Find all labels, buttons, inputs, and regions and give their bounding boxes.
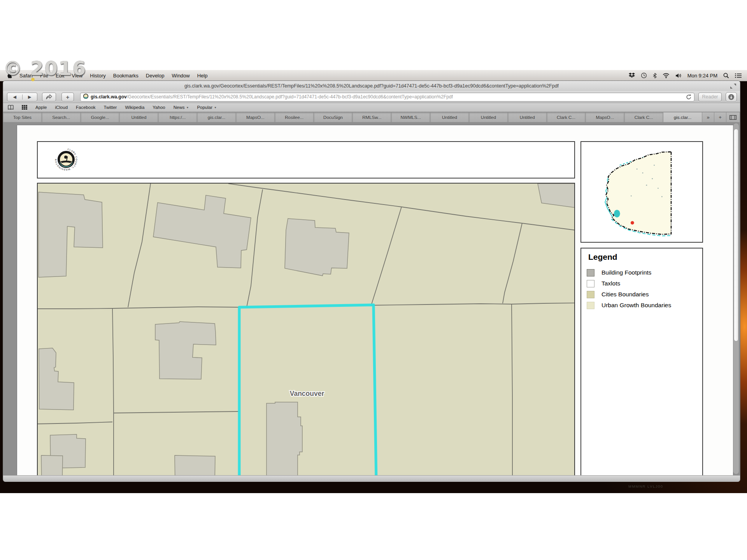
tab-17[interactable]: Clark C... [624,112,663,122]
legend-row: Taxlots [587,278,699,289]
back-button[interactable]: ◀ [7,94,23,100]
city-label: Vancouver [290,390,324,397]
tab-bar: Top SitesSearch...Google...Untitledhttps… [3,112,740,122]
location-marker-dot [631,221,634,225]
bookmark-items: AppleiCloudFacebookTwitterWikipediaYahoo… [35,105,217,110]
window-bottom-bar [3,475,740,482]
watermark-dot [31,78,35,81]
menu-help[interactable]: Help [197,73,208,79]
vancouver-lake [614,210,620,217]
legend-swatch [587,291,594,298]
county-overview-inset [580,141,703,243]
legend-swatch [587,280,594,287]
title-bar[interactable]: gis.clark.wa.gov/Geocortex/Essentials/RE… [3,81,740,91]
tab-6[interactable]: gis.clar... [197,112,236,122]
tab-4[interactable]: Untitled [119,112,158,122]
bluetooth-icon[interactable] [653,73,657,79]
reader-button[interactable]: Reader [698,93,722,102]
legend-swatch [587,302,594,309]
tab-15[interactable]: Clark C... [547,112,586,122]
desktop-wallpaper: SafariFileEditViewHistoryBookmarksDevelo… [0,70,747,493]
legend-title: Legend [588,252,617,262]
tab-12[interactable]: Untitled [430,112,469,122]
navigation-toolbar: ◀ ▶ + gis.clark.wa.gov/Geocortex/Essenti… [3,91,740,103]
bookmarks-bar: AppleiCloudFacebookTwitterWikipediaYahoo… [3,103,740,112]
tab-9[interactable]: DocuSign [314,112,353,122]
browser-content: CLARK COUNTY, WASHINGTON [3,122,740,475]
bookmarks-book-icon[interactable] [8,105,14,110]
bookmark-facebook[interactable]: Facebook [76,105,96,110]
pdf-page: CLARK COUNTY, WASHINGTON [17,125,733,475]
tab-14[interactable]: Untitled [508,112,547,122]
parcel-map[interactable]: Vancouver [37,183,575,475]
bookmark-yahoo[interactable]: Yahoo [153,105,165,110]
address-bar[interactable]: gis.clark.wa.gov/Geocortex/Essentials/RE… [80,93,694,102]
legend-label: Cities Boundaries [601,291,649,298]
photo-watermark: © 2016 [3,58,86,80]
menu-history[interactable]: History [90,73,105,79]
address-path: /Geocortex/Essentials/REST/TempFiles/11%… [127,94,453,100]
legend-row: Cities Boundaries [587,289,699,300]
legend-row: Urban Growth Boundaries [587,300,699,311]
share-button[interactable] [42,93,56,102]
bookmark-twitter[interactable]: Twitter [104,105,117,110]
legend-swatch [587,269,594,276]
add-bookmark-button[interactable]: + [61,93,74,102]
address-domain: gis.clark.wa.gov [91,94,127,100]
legend-items: Building FootprintsTaxlotsCities Boundar… [587,267,699,311]
tab-10[interactable]: RMLSw... [352,112,391,122]
chevron-down-icon: ▼ [214,106,217,109]
spotlight-search-icon[interactable] [723,73,729,79]
safari-window: gis.clark.wa.gov/Geocortex/Essentials/RE… [3,81,740,481]
bookmark-icloud[interactable]: iCloud [55,105,68,110]
tab-18[interactable]: gis.clar... [663,112,702,122]
menu-bar: SafariFileEditViewHistoryBookmarksDevelo… [0,70,747,81]
tab-3[interactable]: Google... [81,112,120,122]
site-favicon [83,94,88,100]
top-sites-grid-icon[interactable] [22,105,27,110]
notification-center-icon[interactable] [735,73,742,78]
window-title-url: gis.clark.wa.gov/Geocortex/Essentials/RE… [184,83,559,89]
legend-label: Taxlots [601,280,620,287]
legend-label: Building Footprints [601,269,651,276]
tab-7[interactable]: MapsO... [236,112,275,122]
tab-13[interactable]: Untitled [469,112,508,122]
fullscreen-expand-icon[interactable] [730,83,736,88]
time-machine-icon[interactable] [641,72,647,79]
tab-overview-icon[interactable] [726,112,740,122]
tab-16[interactable]: MapsO... [586,112,624,122]
wallpaper-caption-smudge: MMMNR LVLJ00 [628,484,663,488]
menu-window[interactable]: Window [172,73,189,79]
menu-clock[interactable]: Mon 9:24 PM [687,73,717,79]
map-title-box: CLARK COUNTY, WASHINGTON [37,141,575,178]
tab-5[interactable]: https:/... [158,112,197,122]
legend-panel: Legend Building FootprintsTaxlotsCities … [580,248,703,475]
downloads-button[interactable] [726,92,737,102]
tab-11[interactable]: NWMLS... [391,112,430,122]
wifi-icon[interactable] [663,73,670,78]
legend-row: Building Footprints [587,267,699,278]
tab-overflow-button[interactable]: » [702,112,714,122]
volume-icon[interactable] [675,73,682,78]
menu-develop[interactable]: Develop [146,73,165,79]
tab-8[interactable]: Rosilee... [275,112,314,122]
tab-1[interactable]: Top Sites [3,112,42,122]
forward-button[interactable]: ▶ [23,94,37,100]
legend-label: Urban Growth Boundaries [601,302,671,309]
dropbox-icon[interactable] [629,73,635,78]
refresh-icon[interactable] [686,94,692,100]
bookmark-popular[interactable]: Popular▼ [197,105,217,110]
new-tab-button[interactable]: + [714,112,726,122]
chevron-down-icon: ▼ [186,106,189,109]
bookmark-wikipedia[interactable]: Wikipedia [125,105,144,110]
menu-bookmarks[interactable]: Bookmarks [113,73,139,79]
clark-county-seal-logo: CLARK COUNTY, WASHINGTON [54,148,78,173]
bookmark-news[interactable]: News▼ [174,105,189,110]
tab-2[interactable]: Search... [42,112,81,122]
history-nav-group: ◀ ▶ [7,93,37,102]
scrollbar-thumb[interactable] [734,129,738,341]
vertical-scrollbar[interactable] [733,123,739,474]
bookmark-apple[interactable]: Apple [35,105,47,110]
